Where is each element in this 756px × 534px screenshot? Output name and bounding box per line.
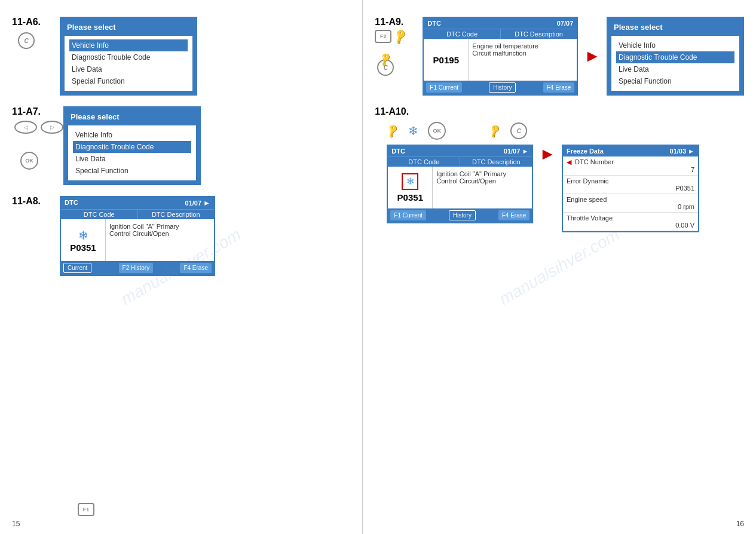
- a9-dtc-page: 07/07: [557, 20, 574, 27]
- f2-icon-a9: F2: [375, 30, 391, 43]
- a7-menu-container: Please select Vehicle Info Diagnostic Tr…: [63, 106, 201, 185]
- right-page: 11-A9. F2 🔑 🔑 C DTC 07/07 DTC Code DTC D…: [363, 0, 756, 534]
- a7-menu-item-0[interactable]: Vehicle Info: [73, 129, 191, 141]
- a8-desc-line2: Control Circuit/Open: [109, 230, 210, 237]
- a10-dtc-col-headers: DTC Code DTC Description: [388, 156, 532, 167]
- a6-menu-item-3[interactable]: Special Function: [69, 75, 188, 87]
- a9-dtc-col-headers: DTC Code DTC Description: [424, 29, 577, 39]
- section-a10: 11-A10. 🔑 ❄ OK 🔑 C DTC 01/07 ► DTC Code …: [375, 106, 744, 232]
- f1-icon: F1: [78, 503, 94, 516]
- freeze-value-3: 0.00 V: [567, 222, 694, 229]
- a9-code-cell: P0195: [424, 39, 469, 81]
- ok-icon-a10: OK: [428, 122, 446, 140]
- a6-menu-container: Please select Vehicle Info Diagnostic Tr…: [60, 17, 197, 96]
- a10-desc-line2: Control Circuit/Open: [436, 177, 528, 185]
- freeze-row-2: Engine speed 0 rpm: [563, 194, 698, 213]
- a10-current-btn[interactable]: F1 Current: [390, 210, 426, 220]
- freeze-body: ◀ DTC Number 7 Error Dynamic P0351 Engin…: [563, 156, 698, 231]
- a9-dtc-footer: F1 Current History F4 Erase: [424, 81, 577, 94]
- a10-dtc-page: 01/07 ►: [504, 148, 528, 155]
- a7-menu-item-3[interactable]: Special Function: [73, 165, 191, 177]
- a9-col-header-2: DTC Description: [501, 29, 577, 39]
- freeze-label-0: DTC Number: [575, 158, 614, 165]
- a10-history-btn[interactable]: History: [449, 210, 476, 220]
- a6-menu-item-2[interactable]: Live Data: [69, 63, 188, 75]
- a10-col-header-1: DTC Code: [388, 157, 460, 167]
- a6-select-menu[interactable]: Please select Vehicle Info Diagnostic Tr…: [60, 17, 197, 96]
- a10-dtc-title: DTC: [391, 148, 405, 155]
- key-icon-a10: 🔑: [385, 123, 401, 139]
- a8-desc-line1: Ignition Coil "A" Primary: [109, 223, 210, 230]
- a8-dtc-body: ❄ P0351 Ignition Coil "A" Primary Contro…: [61, 219, 214, 261]
- a10-dtc-body: ❄ P0351 Ignition Coil "A" Primary Contro…: [388, 167, 532, 208]
- section-a9: 11-A9. F2 🔑 🔑 C DTC 07/07 DTC Code DTC D…: [375, 17, 744, 96]
- freeze-label-3: Throttle Voltage: [567, 214, 694, 222]
- arrow-a9: ►: [584, 47, 601, 66]
- a8-desc-cell: Ignition Coil "A" Primary Control Circui…: [106, 219, 214, 261]
- freeze-row-3: Throttle Voltage 0.00 V: [563, 213, 698, 231]
- a9-history-btn[interactable]: History: [489, 82, 516, 93]
- a9-dtc-body: P0195 Engine oil temperature Circuit mal…: [424, 39, 577, 81]
- snowflake-red-icon-a10: ❄: [402, 173, 418, 190]
- a9-current-btn[interactable]: F1 Current: [426, 82, 462, 93]
- freeze-label-2: Engine speed: [567, 196, 694, 203]
- a7-menu-item-1[interactable]: Diagnostic Trouble Code: [73, 141, 191, 153]
- a7-label: 11-A7.: [12, 106, 41, 117]
- a9-menu-item-1[interactable]: Diagnostic Trouble Code: [616, 51, 734, 63]
- a9-col-header-1: DTC Code: [424, 29, 501, 39]
- section-a7: 11-A7. ◁ ▷ OK Please select Vehicle Info…: [12, 106, 350, 185]
- freeze-header: Freeze Data 01/03 ►: [563, 146, 698, 156]
- a10-content: DTC 01/07 ► DTC Code DTC Description ❄ P…: [387, 145, 744, 232]
- freeze-row-1: Error Dynamic P0351: [563, 176, 698, 194]
- a9-dtc-code: P0195: [433, 55, 459, 65]
- a9-dtc-table: DTC 07/07 DTC Code DTC Description P0195…: [423, 17, 578, 96]
- a7-menu-item-2[interactable]: Live Data: [73, 153, 191, 165]
- a8-col-header-2: DTC Description: [138, 210, 215, 219]
- a10-dtc-table: DTC 01/07 ► DTC Code DTC Description ❄ P…: [387, 145, 533, 223]
- a8-dtc-footer: Current F2 History F4 Erase: [61, 261, 214, 275]
- a8-label: 11-A8.: [12, 196, 41, 207]
- a9-menu-item-2[interactable]: Live Data: [616, 63, 734, 75]
- page-number-left: 15: [12, 520, 20, 528]
- a8-dtc-title: DTC: [65, 199, 78, 207]
- left-arrow-icon-a7: ◁: [14, 121, 37, 134]
- section-a8: 11-A8. DTC 01/07 ► DTC Code DTC Descript…: [12, 196, 350, 276]
- a8-dtc-col-headers: DTC Code DTC Description: [61, 209, 214, 219]
- a10-code-cell: ❄ P0351: [388, 167, 433, 208]
- a10-desc-line1: Ignition Coil "A" Primary: [436, 170, 528, 177]
- a7-menu-inner: Vehicle Info Diagnostic Trouble Code Liv…: [68, 125, 196, 180]
- a9-menu-inner: Vehicle Info Diagnostic Trouble Code Liv…: [611, 36, 739, 91]
- freeze-label-1: Error Dynamic: [567, 177, 694, 185]
- a6-menu-item-0[interactable]: Vehicle Info: [69, 39, 188, 51]
- a8-current-btn[interactable]: Current: [63, 263, 91, 273]
- arrow-a10: ►: [539, 145, 556, 164]
- section-a6: 11-A6. C Please select Vehicle Info Diag…: [12, 17, 350, 96]
- snowflake-icon-a10: ❄: [408, 124, 418, 138]
- key-icon2-a10: 🔑: [487, 123, 503, 139]
- a9-menu-title: Please select: [611, 22, 739, 33]
- a9-menu-item-0[interactable]: Vehicle Info: [616, 39, 734, 51]
- a6-menu-title: Please select: [65, 22, 192, 33]
- watermark-right: manualsihver.com: [496, 225, 623, 309]
- a8-code-cell: ❄ P0351: [61, 219, 106, 261]
- a9-desc-line1: Engine oil temperature: [472, 42, 573, 50]
- a8-dtc-header: DTC 01/07 ►: [61, 197, 214, 209]
- snowflake-icon-a8: ❄: [78, 228, 88, 243]
- a10-desc-cell: Ignition Coil "A" Primary Control Circui…: [433, 167, 532, 208]
- a8-history-btn[interactable]: F2 History: [119, 263, 154, 273]
- a7-menu-title: Please select: [68, 111, 196, 122]
- a9-erase-btn[interactable]: F4 Erase: [543, 82, 575, 93]
- freeze-value-2: 0 rpm: [567, 203, 694, 210]
- a6-label: 11-A6.: [12, 17, 41, 27]
- freeze-row-0: ◀ DTC Number 7: [563, 156, 698, 176]
- a8-dtc-container: DTC 01/07 ► DTC Code DTC Description ❄ P…: [60, 196, 215, 276]
- a8-erase-btn[interactable]: F4 Erase: [180, 263, 212, 273]
- a9-select-menu[interactable]: Please select Vehicle Info Diagnostic Tr…: [607, 17, 744, 96]
- f1-icon-area: F1: [78, 503, 94, 516]
- freeze-data-table: Freeze Data 01/03 ► ◀ DTC Number 7 Error…: [562, 145, 699, 232]
- a9-menu-item-3[interactable]: Special Function: [616, 75, 734, 87]
- a7-select-menu[interactable]: Please select Vehicle Info Diagnostic Tr…: [63, 106, 201, 185]
- a10-erase-btn[interactable]: F4 Erase: [498, 210, 530, 220]
- a8-dtc-code: P0351: [70, 243, 96, 253]
- a6-menu-item-1[interactable]: Diagnostic Trouble Code: [69, 51, 188, 63]
